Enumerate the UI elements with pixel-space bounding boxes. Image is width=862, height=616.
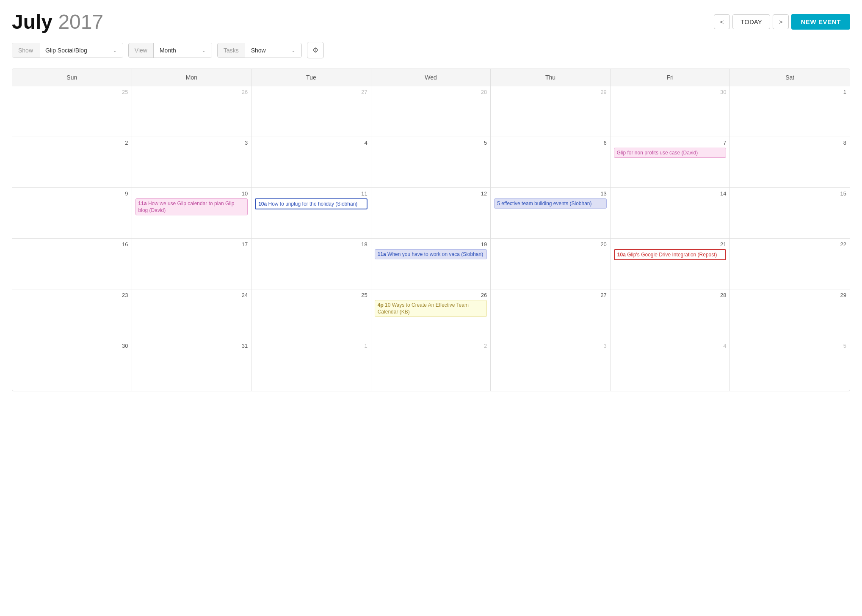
calendar-body: 2526272829301234567Glip for non profits … — [12, 86, 850, 391]
calendar-cell[interactable]: 26 — [132, 86, 252, 137]
calendar-cell[interactable]: 16 — [12, 239, 132, 289]
calendar-event[interactable]: 11a How we use Glip calendar to plan Gli… — [135, 198, 248, 215]
gear-icon: ⚙ — [312, 47, 318, 54]
calendar-cell[interactable]: 22 — [730, 239, 850, 289]
calendar-cell[interactable]: 23 — [12, 289, 132, 340]
event-time: 11a — [378, 251, 387, 257]
calendar-event[interactable]: 10a Glip's Google Drive Integration (Rep… — [614, 249, 727, 260]
calendar-cell[interactable]: 1 — [730, 86, 850, 137]
new-event-button[interactable]: NEW EVENT — [791, 14, 850, 30]
calendar-cell[interactable]: 5 — [371, 137, 491, 188]
show-label: Show — [12, 43, 39, 58]
calendar-cell[interactable]: 1110a How to unplug for the holiday (Sio… — [251, 188, 371, 239]
day-number: 9 — [16, 190, 128, 197]
day-number: 25 — [16, 89, 128, 95]
calendar-cell[interactable]: 264p 10 Ways to Create An Effective Team… — [371, 289, 491, 340]
toolbar: Show Glip Social/Blog ⌄ View Month ⌄ Tas… — [12, 42, 850, 58]
event-time: 10a — [258, 201, 268, 207]
calendar-cell[interactable]: 2110a Glip's Google Drive Integration (R… — [611, 239, 730, 289]
calendar-cell[interactable]: 20 — [491, 239, 611, 289]
calendar-cell[interactable]: 3 — [491, 340, 611, 391]
day-number: 7 — [614, 140, 727, 146]
day-number: 1 — [255, 343, 367, 349]
calendar-cell[interactable]: 25 — [251, 289, 371, 340]
calendar-event[interactable]: 4p 10 Ways to Create An Effective Team C… — [375, 300, 487, 317]
day-number: 17 — [135, 241, 248, 248]
day-number: 3 — [135, 140, 248, 146]
day-number: 3 — [494, 343, 607, 349]
calendar-cell[interactable]: 8 — [730, 137, 850, 188]
calendar-cell[interactable]: 27 — [491, 289, 611, 340]
view-value: Month — [160, 47, 176, 54]
calendar-cell[interactable]: 3 — [132, 137, 252, 188]
calendar-cell[interactable]: 17 — [132, 239, 252, 289]
calendar-cell[interactable]: 135 effective team building events (Siob… — [491, 188, 611, 239]
day-number: 14 — [614, 190, 727, 197]
calendar-cell[interactable]: 1011a How we use Glip calendar to plan G… — [132, 188, 252, 239]
calendar-cell[interactable]: 4 — [611, 340, 730, 391]
calendar-event[interactable]: 11a When you have to work on vaca (Siobh… — [375, 249, 487, 259]
event-time: 11a — [138, 201, 148, 206]
calendar-event[interactable]: 5 effective team building events (Siobha… — [494, 198, 607, 209]
view-group: View Month ⌄ — [128, 43, 212, 58]
prev-button[interactable]: < — [714, 14, 730, 29]
month-label: July — [12, 11, 52, 33]
day-header: Fri — [611, 69, 730, 86]
header-controls: < TODAY > NEW EVENT — [714, 14, 850, 30]
day-number: 11 — [255, 190, 367, 197]
calendar-cell[interactable]: 27 — [251, 86, 371, 137]
day-number: 6 — [494, 140, 607, 146]
calendar-cell[interactable]: 14 — [611, 188, 730, 239]
calendar-cell[interactable]: 4 — [251, 137, 371, 188]
day-number: 22 — [733, 241, 846, 248]
day-header: Mon — [132, 69, 252, 86]
today-button[interactable]: TODAY — [732, 14, 770, 29]
calendar-cell[interactable]: 30 — [12, 340, 132, 391]
day-header: Tue — [251, 69, 371, 86]
event-time: 4p — [378, 302, 385, 308]
day-header: Thu — [491, 69, 611, 86]
calendar-cell[interactable]: 6 — [491, 137, 611, 188]
show-select[interactable]: Glip Social/Blog ⌄ — [39, 43, 123, 58]
calendar-cell[interactable]: 5 — [730, 340, 850, 391]
calendar-cell[interactable]: 12 — [371, 188, 491, 239]
calendar-cell[interactable]: 7Glip for non profits use case (David) — [611, 137, 730, 188]
next-button[interactable]: > — [773, 14, 789, 29]
calendar-cell[interactable]: 1 — [251, 340, 371, 391]
day-number: 20 — [494, 241, 607, 248]
day-number: 24 — [135, 292, 248, 298]
tasks-select[interactable]: Show ⌄ — [245, 43, 301, 58]
tasks-value: Show — [251, 47, 266, 54]
calendar-cell[interactable]: 29 — [491, 86, 611, 137]
calendar-cell[interactable]: 25 — [12, 86, 132, 137]
calendar-cell[interactable]: 18 — [251, 239, 371, 289]
calendar-cell[interactable]: 29 — [730, 289, 850, 340]
event-title: 10 Ways to Create An Effective Team Cale… — [378, 302, 469, 315]
calendar-cell[interactable]: 2 — [371, 340, 491, 391]
day-number: 10 — [135, 190, 248, 197]
day-number: 21 — [614, 241, 727, 248]
event-title: How to unplug for the holiday (Siobhan) — [268, 201, 358, 207]
calendar-cell[interactable]: 31 — [132, 340, 252, 391]
calendar-event[interactable]: 10a How to unplug for the holiday (Siobh… — [255, 198, 367, 209]
calendar-cell[interactable]: 30 — [611, 86, 730, 137]
settings-button[interactable]: ⚙ — [307, 42, 324, 58]
day-number: 30 — [16, 343, 128, 349]
calendar-cell[interactable]: 9 — [12, 188, 132, 239]
view-label: View — [129, 43, 154, 58]
calendar-cell[interactable]: 2 — [12, 137, 132, 188]
view-select[interactable]: Month ⌄ — [154, 43, 212, 58]
calendar-cell[interactable]: 28 — [611, 289, 730, 340]
calendar-cell[interactable]: 24 — [132, 289, 252, 340]
view-chevron-icon: ⌄ — [202, 47, 206, 53]
tasks-chevron-icon: ⌄ — [291, 47, 296, 53]
calendar-cell[interactable]: 28 — [371, 86, 491, 137]
calendar-cell[interactable]: 15 — [730, 188, 850, 239]
event-title: How we use Glip calendar to plan Glip bl… — [138, 201, 235, 213]
calendar-event[interactable]: Glip for non profits use case (David) — [614, 148, 727, 158]
calendar-title: July 2017 — [12, 10, 103, 33]
calendar: SunMonTueWedThuFriSat 252627282930123456… — [12, 69, 850, 391]
day-number: 12 — [375, 190, 487, 197]
day-number: 30 — [614, 89, 727, 95]
calendar-cell[interactable]: 1911a When you have to work on vaca (Sio… — [371, 239, 491, 289]
